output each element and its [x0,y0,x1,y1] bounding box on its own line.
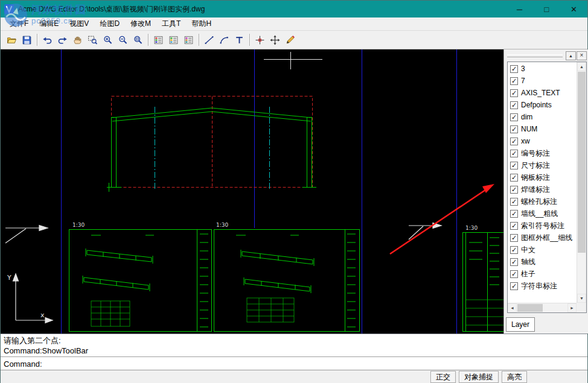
checkmark-icon: ✓ [511,247,517,253]
layer-row[interactable]: ✓柱子 [508,268,577,280]
layer-row[interactable]: ✓7 [508,75,577,87]
layer-panel: ▲ × ✓3 ✓7 ✓AXIS_TEXT ✓Defpoints ✓dim ✓NU… [503,49,588,334]
layer-checkbox[interactable]: ✓ [510,101,518,109]
horizontal-scrollbar-thumb[interactable] [517,304,543,312]
menu-help[interactable]: 帮助H [186,17,217,30]
tab-layer[interactable]: Layer [506,317,535,332]
drawing-canvas[interactable]: Y x 1:30 1:30 1:30 [1,49,503,334]
menu-edit[interactable]: 编辑E [34,17,64,30]
layer-row[interactable]: ✓xw [508,135,577,147]
layer-row[interactable]: ✓墙线__粗线 [508,207,577,220]
ucs-icon [13,274,53,323]
layer-row[interactable]: ✓螺栓孔标注 [508,195,577,207]
detail-frame-b [214,229,360,332]
layer-checkbox[interactable]: ✓ [510,210,518,218]
osnap-toggle[interactable]: 对象捕捉 [459,371,499,383]
horizontal-scrollbar[interactable]: ◄ ► [508,303,577,312]
highlight-toggle[interactable]: 高亮 [502,371,527,383]
layer-name: 中文 [521,245,535,255]
menu-file[interactable]: 文件F [4,17,34,30]
layer-checkbox[interactable]: ✓ [510,258,518,266]
elevation-red-outline [112,97,313,188]
layer-row[interactable]: ✓AXIS_TEXT [508,87,577,99]
menu-draw[interactable]: 绘图D [94,17,125,30]
move-button[interactable] [267,33,283,48]
layer-checkbox[interactable]: ✓ [510,113,518,121]
layer-row[interactable]: ✓3 [508,63,577,75]
layer-row[interactable]: ✓图框外框__细线 [508,232,577,244]
layer-row[interactable]: ✓字符串标注 [508,280,577,292]
pen-button[interactable] [283,33,298,48]
layer-checkbox[interactable]: ✓ [510,65,518,73]
scroll-right-button[interactable]: ► [567,303,577,312]
command-history-line-1: 请输入第二个点: [4,335,584,346]
layer-checkbox[interactable]: ✓ [510,198,518,206]
menu-view[interactable]: 视图V [64,17,94,30]
layer-checkbox[interactable]: ✓ [510,246,518,254]
scroll-up-button[interactable]: ▲ [577,62,586,71]
layer-name: 轴线 [521,257,535,267]
open-button[interactable] [4,33,19,48]
layer-row[interactable]: ✓轴线 [508,256,577,268]
layer-checkbox[interactable]: ✓ [510,282,518,290]
layer-states-button[interactable] [181,33,196,48]
layer-checkbox[interactable]: ✓ [510,270,518,278]
layer-row[interactable]: ✓中文 [508,244,577,256]
pan-button[interactable] [70,33,85,48]
menu-modify[interactable]: 修改M [125,17,156,30]
layer-checkbox[interactable]: ✓ [510,77,518,85]
panel-close-button[interactable]: × [577,51,587,60]
scale-label: 1:30 [72,222,85,228]
command-input[interactable]: Command: [4,359,584,369]
layers-button[interactable] [151,33,166,48]
scroll-left-button[interactable]: ◄ [508,303,517,312]
zoom-window-button[interactable] [85,33,100,48]
layer-checkbox[interactable]: ✓ [510,174,518,182]
layer-row[interactable]: ✓钢板标注 [508,171,577,183]
layer-list-button[interactable] [166,33,181,48]
checkmark-icon: ✓ [511,114,517,121]
minimize-button[interactable]: ─ [506,1,533,17]
layer-row[interactable]: ✓Defpoints [508,99,577,111]
layer-checkbox[interactable]: ✓ [510,186,518,194]
layer-row[interactable]: ✓尺寸标注 [508,159,577,171]
zoom-out-button[interactable] [115,33,130,48]
layer-checkbox[interactable]: ✓ [510,222,518,230]
arc-icon [219,35,229,45]
layer-checkbox[interactable]: ✓ [510,89,518,97]
zoom-extents-button[interactable] [130,33,145,48]
arc-button[interactable] [217,33,232,48]
save-button[interactable] [19,33,34,48]
scale-label: 1:30 [465,225,478,231]
layer-row[interactable]: ✓焊缝标注 [508,183,577,195]
layer-row[interactable]: ✓dim [508,111,577,123]
toolbar-separator [249,34,250,46]
layer-name: 钢板标注 [521,173,550,183]
scroll-down-button[interactable]: ▼ [577,294,586,303]
line-button[interactable] [202,33,217,48]
layer-checkbox[interactable]: ✓ [510,125,518,133]
line-icon [204,35,214,45]
vertical-scrollbar-thumb[interactable] [578,72,586,253]
panel-grip[interactable] [507,54,563,57]
zoom-in-button[interactable] [100,33,115,48]
layer-checkbox[interactable]: ✓ [510,138,518,145]
checkmark-icon: ✓ [511,66,517,72]
layer-row[interactable]: ✓NUM [508,123,577,135]
layer-checkbox[interactable]: ✓ [510,162,518,169]
panel-collapse-button[interactable]: ▲ [566,51,576,60]
maximize-button[interactable]: □ [533,1,560,17]
vertical-scrollbar[interactable]: ▲ ▼ [577,62,586,303]
layer-checkbox[interactable]: ✓ [510,234,518,242]
layer-checkbox[interactable]: ✓ [510,150,518,157]
undo-button[interactable] [40,33,55,48]
pick-button[interactable] [252,33,267,48]
redo-button[interactable] [55,33,70,48]
menu-tools[interactable]: 工具T [156,17,186,30]
text-button[interactable] [232,33,247,48]
layer-row[interactable]: ✓索引符号标注 [508,220,577,232]
horizontal-scrollbar-track[interactable] [517,303,567,312]
close-button[interactable]: ✕ [560,1,587,17]
layer-row[interactable]: ✓编号标注 [508,147,577,159]
ortho-toggle[interactable]: 正交 [430,371,456,383]
